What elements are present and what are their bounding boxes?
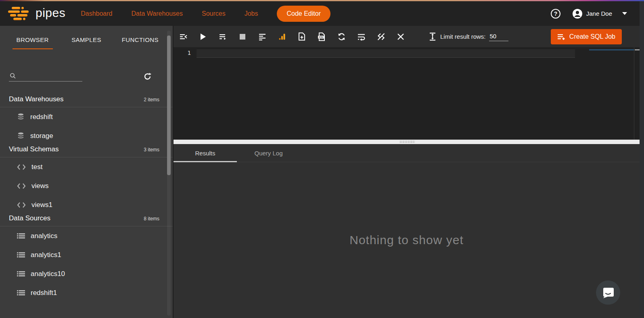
section-virtual-schemas: Virtual Schemas 3 items [0, 145, 173, 157]
editor-scrollbar-thumb[interactable] [635, 49, 640, 50]
editor-active-line[interactable] [197, 49, 575, 58]
tab-query-log[interactable]: Query Log [237, 144, 300, 162]
editor-minimap-bar [589, 49, 634, 50]
tree-item-analytics1[interactable]: analytics1 [0, 245, 173, 264]
table-icon [17, 252, 25, 258]
table-icon [17, 290, 25, 296]
section-count-badge: 2 items [144, 97, 159, 103]
brand-logo[interactable]: pipes [8, 7, 65, 21]
editor-gutter: 1 [174, 47, 197, 140]
sidebar-search-row [9, 70, 153, 82]
tab-functions[interactable]: FUNCTIONS [113, 36, 167, 49]
drag-handle-icon [399, 140, 415, 143]
limit-rows-label: Limit result rows: [440, 33, 486, 40]
export-csv-icon[interactable]: CSV [317, 32, 326, 41]
window-scrollbar[interactable] [640, 1, 644, 318]
tree-item-views1[interactable]: views1 [0, 195, 173, 214]
search-input[interactable] [9, 70, 82, 82]
code-icon [17, 202, 26, 208]
refresh-query-icon[interactable] [337, 32, 346, 41]
chat-launcher-button[interactable] [596, 280, 620, 305]
panel-splitter[interactable] [174, 140, 640, 144]
nav-item-sources[interactable]: Sources [202, 10, 226, 17]
search-icon [10, 73, 16, 79]
refresh-browser-icon[interactable] [142, 71, 153, 82]
tab-samples[interactable]: SAMPLES [59, 36, 113, 49]
tree-item-analytics[interactable]: analytics [0, 226, 173, 245]
results-panel: Results Query Log Nothing to show yet [174, 144, 640, 318]
table-icon [17, 271, 25, 277]
nav-item-dashboard[interactable]: Dashboard [81, 10, 112, 17]
section-count-badge: 8 items [144, 216, 159, 222]
chevron-down-icon [622, 12, 627, 15]
tab-browser[interactable]: BROWSER [6, 36, 59, 49]
chat-bubble-icon [602, 287, 614, 299]
brand-name: pipes [36, 7, 65, 21]
empty-state-message: Nothing to show yet [349, 233, 463, 247]
section-count-badge: 3 items [144, 147, 159, 153]
section-data-warehouses: Data Warehouses 2 items [0, 95, 173, 107]
sidebar-tabs: BROWSER SAMPLES FUNCTIONS [6, 36, 167, 49]
section-data-sources: Data Sources 8 items [0, 214, 173, 226]
no-wrap-icon[interactable] [376, 32, 385, 41]
chart-icon[interactable] [278, 32, 286, 41]
nav-item-data-warehouses[interactable]: Data Warehouses [132, 10, 183, 17]
browser-tree: Data Warehouses 2 items redshift [0, 95, 173, 302]
tree-item-storage[interactable]: storage [0, 126, 173, 145]
user-menu[interactable]: Jane Doe [572, 8, 627, 19]
sidebar-scrollbar-thumb[interactable] [167, 36, 171, 175]
editor-scrollbar-track [634, 47, 634, 140]
tree-item-analytics10[interactable]: analytics10 [0, 264, 173, 283]
svg-text:CSV: CSV [319, 36, 324, 38]
pipes-logo-icon [8, 7, 30, 20]
word-wrap-icon[interactable] [357, 32, 366, 41]
svg-text:?: ? [554, 10, 558, 17]
clear-icon[interactable] [396, 32, 405, 41]
primary-nav: Dashboard Data Warehouses Sources Jobs C… [81, 6, 330, 22]
create-sql-job-button[interactable]: Create SQL Job [551, 29, 622, 44]
limit-rows-input[interactable] [489, 32, 508, 41]
stop-icon[interactable] [238, 32, 247, 41]
results-body: Nothing to show yet [174, 162, 640, 318]
run-selection-icon[interactable] [218, 32, 227, 41]
sql-editor[interactable]: 1 [174, 47, 640, 140]
help-icon[interactable]: ? [550, 8, 561, 19]
main-layout: BROWSER SAMPLES FUNCTIONS [0, 26, 644, 318]
database-icon [17, 132, 25, 140]
collapse-lines-icon[interactable] [179, 32, 188, 41]
database-icon [17, 113, 25, 121]
sidebar: BROWSER SAMPLES FUNCTIONS [0, 26, 173, 318]
limit-rows-group: Limit result rows: [429, 32, 508, 41]
run-icon[interactable] [199, 32, 207, 41]
code-icon [17, 183, 26, 189]
row-height-icon [429, 32, 436, 41]
workspace: CSV [173, 26, 640, 318]
tree-item-redshift[interactable]: redshift [0, 107, 173, 126]
nav-item-jobs[interactable]: Jobs [245, 10, 258, 17]
tree-item-redshift1[interactable]: redshift1 [0, 283, 173, 302]
new-file-icon[interactable] [297, 32, 306, 41]
code-icon [17, 164, 26, 170]
format-sql-icon[interactable] [258, 32, 267, 41]
tree-item-test[interactable]: test [0, 157, 173, 176]
navbar-right: ? Jane Doe [550, 8, 627, 19]
table-icon [17, 233, 25, 239]
results-tabs: Results Query Log [174, 144, 640, 162]
tab-results[interactable]: Results [174, 144, 237, 162]
user-avatar-icon [572, 8, 583, 19]
list-plus-icon [557, 33, 565, 40]
editor-toolbar: CSV [174, 26, 640, 47]
navbar: pipes Dashboard Data Warehouses Sources … [0, 1, 644, 26]
line-number: 1 [188, 50, 191, 56]
user-name: Jane Doe [586, 10, 612, 17]
code-editor-button[interactable]: Code Editor [277, 6, 330, 22]
tree-item-views[interactable]: views [0, 176, 173, 195]
